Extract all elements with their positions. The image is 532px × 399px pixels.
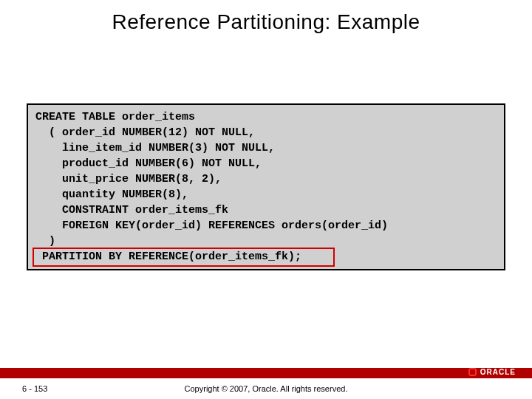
code-box: CREATE TABLE order_items ( order_id NUMB…	[27, 103, 505, 270]
oracle-o-icon	[468, 368, 477, 376]
code-line: quantity NUMBER(8),	[35, 188, 188, 201]
copyright-text: Copyright © 2007, Oracle. All rights res…	[0, 384, 532, 393]
footer-bar	[0, 368, 532, 378]
code-line: product_id NUMBER(6) NOT NULL,	[35, 157, 262, 170]
code-line: unit_price NUMBER(8, 2),	[35, 173, 222, 185]
code-line: line_item_id NUMBER(3) NOT NULL,	[35, 142, 275, 154]
code-line: CONSTRAINT order_items_fk	[35, 204, 228, 216]
code-line: FOREIGN KEY(order_id) REFERENCES orders(…	[35, 219, 388, 232]
code-line: )	[35, 235, 55, 248]
slide-title: Reference Partitioning: Example	[0, 10, 532, 34]
oracle-logo-text: ORACLE	[480, 368, 516, 376]
code-line: ( order_id NUMBER(12) NOT NULL,	[35, 126, 255, 139]
oracle-logo: ORACLE	[468, 368, 516, 376]
code-line: PARTITION BY REFERENCE(order_items_fk);	[35, 250, 301, 263]
slide: Reference Partitioning: Example CREATE T…	[0, 0, 532, 399]
code-block: CREATE TABLE order_items ( order_id NUMB…	[35, 109, 497, 265]
code-line: CREATE TABLE order_items	[35, 111, 195, 123]
